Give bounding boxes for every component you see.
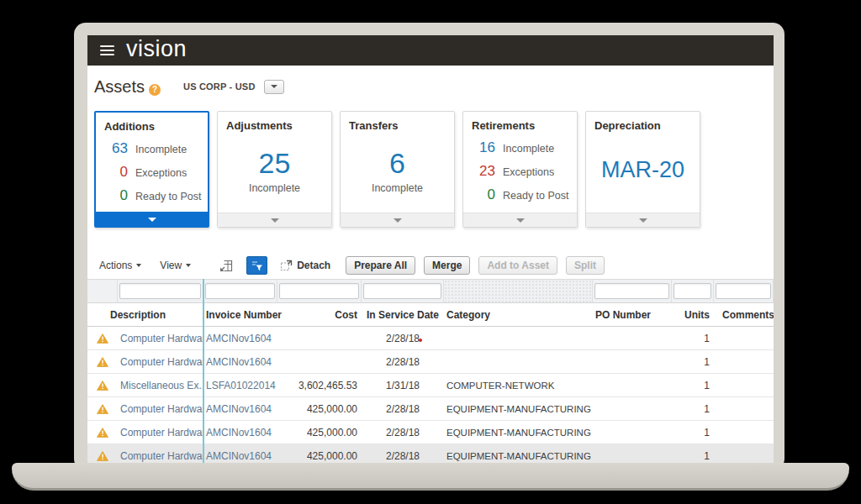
chevron-down-icon (394, 218, 402, 223)
table-row[interactable]: Computer Hardware AMCINov1604 2/28/18 1 (87, 327, 774, 350)
card-expand-button[interactable] (341, 213, 454, 227)
cell-category: COMPUTER-NETWORK (444, 381, 593, 391)
filter-po-number-input[interactable] (594, 283, 669, 299)
chevron-down-icon (639, 218, 647, 223)
cell-invoice-number[interactable]: AMCINov1604 (203, 427, 277, 438)
column-header-po-number[interactable]: PO Number (593, 309, 672, 321)
card-transfers[interactable]: Transfers 6 Incomplete (340, 111, 455, 228)
menu-icon[interactable] (100, 45, 114, 55)
card-expand-button[interactable] (463, 213, 577, 227)
cell-in-service-date: 2/28/18 (362, 356, 444, 368)
app-window: vision Assets ? US CORP - USD Additions … (87, 35, 774, 469)
brand-logo: vision (126, 38, 187, 63)
warning-icon[interactable] (97, 381, 108, 391)
card-expand-button[interactable] (586, 213, 700, 227)
cell-units: 1 (672, 427, 714, 438)
stat-value: 0 (470, 186, 495, 203)
chevron-down-icon (271, 85, 277, 88)
filter-in-service-date-input[interactable] (363, 283, 441, 299)
filter-cell (714, 280, 774, 302)
column-header-comments[interactable]: Comments (714, 309, 774, 321)
column-header-invoice-number[interactable]: Invoice Number (203, 309, 277, 321)
merge-button[interactable]: Merge (424, 256, 470, 275)
detach-button[interactable]: Detach (280, 260, 330, 271)
cell-description[interactable]: Computer Hardware (118, 427, 203, 438)
stat-label: Ready to Post (135, 191, 202, 202)
business-unit-label: US CORP - USD (183, 81, 256, 92)
cell-in-service-date: 2/28/18 (362, 427, 444, 438)
cell-in-service-date: 1/31/18 (362, 380, 444, 391)
table-row[interactable]: Miscellaneous Ex... LSFA01022014 3,602,4… (87, 374, 774, 397)
card-expand-button[interactable] (96, 212, 208, 226)
card-additions[interactable]: Additions 63 Incomplete 0 Exceptions (94, 111, 209, 228)
card-retirements[interactable]: Retirements 16 Incomplete 23 Exceptions (462, 111, 578, 228)
card-expand-button[interactable] (218, 213, 331, 227)
filter-invoice-number-input[interactable] (205, 283, 275, 299)
cell-invoice-number[interactable]: LSFA01022014 (203, 380, 277, 391)
card-big-value: 6 (389, 147, 405, 180)
stat-row: 0 Ready to Post (470, 186, 572, 203)
table-row[interactable]: Computer Hardware AMCINov1604 2/28/18 1 (87, 350, 774, 374)
cell-units: 1 (672, 403, 714, 415)
cell-description[interactable]: Computer Hardware (118, 450, 203, 462)
cell-category: EQUIPMENT-MANUFACTURING (444, 451, 593, 461)
chevron-down-icon (136, 264, 141, 267)
table-row[interactable]: Computer Hardware AMCINov1604 425,000.00… (87, 421, 774, 444)
help-icon[interactable]: ? (149, 84, 161, 96)
filter-cell (118, 280, 203, 302)
cell-invoice-number[interactable]: AMCINov1604 (203, 403, 277, 415)
column-header-units[interactable]: Units (672, 309, 714, 321)
table-row[interactable]: Computer Hardware AMCINov1604 425,000.00… (87, 397, 774, 421)
chevron-down-icon (186, 264, 191, 267)
actions-menu[interactable]: Actions (99, 260, 141, 271)
stat-value: 0 (103, 164, 128, 181)
column-header-in-service-date[interactable]: In Service Date (362, 309, 444, 321)
column-header-description[interactable]: Description (118, 309, 203, 321)
detach-icon (280, 260, 293, 271)
card-big-value: MAR-20 (601, 157, 684, 183)
stat-value: 16 (470, 139, 495, 156)
date-value: 2/28/18 (386, 333, 420, 344)
row-status-cell (87, 404, 118, 414)
cell-invoice-number[interactable]: AMCINov1604 (203, 450, 277, 462)
stat-label: Exceptions (503, 166, 554, 178)
filter-units-input[interactable] (673, 283, 711, 299)
filter-cost-input[interactable] (279, 283, 359, 299)
cell-invoice-number[interactable]: AMCINov1604 (203, 333, 277, 344)
validation-dot (419, 339, 422, 342)
cell-description[interactable]: Computer Hardware (118, 356, 203, 368)
card-big-value: 25 (259, 147, 291, 180)
cell-invoice-number[interactable]: AMCINov1604 (203, 356, 277, 368)
cell-units: 1 (672, 333, 714, 344)
column-header-category[interactable]: Category (444, 309, 593, 321)
stat-value: 23 (470, 163, 495, 180)
title-row: Assets ? US CORP - USD (94, 76, 774, 97)
view-menu-label: View (160, 260, 182, 271)
cell-description[interactable]: Computer Hardware (118, 333, 203, 344)
cell-description[interactable]: Miscellaneous Ex... (118, 380, 203, 391)
card-adjustments[interactable]: Adjustments 25 Incomplete (217, 111, 332, 228)
row-status-cell (87, 357, 118, 367)
view-menu[interactable]: View (160, 260, 191, 271)
cell-cost: 3,602,465.53 (277, 380, 362, 391)
row-status-cell (87, 428, 118, 438)
warning-icon[interactable] (97, 357, 108, 367)
chevron-down-icon (516, 218, 525, 223)
warning-icon[interactable] (97, 451, 108, 461)
stage: vision Assets ? US CORP - USD Additions … (0, 0, 861, 504)
business-unit-dropdown[interactable] (264, 80, 284, 94)
card-depreciation[interactable]: Depreciation MAR-20 (585, 111, 700, 228)
warning-icon[interactable] (97, 404, 108, 414)
page-content: Assets ? US CORP - USD Additions 63 Inco… (87, 76, 774, 468)
cell-in-service-date: 2/28/18 (362, 333, 444, 344)
prepare-all-button[interactable]: Prepare All (346, 256, 415, 275)
filter-description-input[interactable] (119, 283, 201, 299)
column-header-cost[interactable]: Cost (277, 309, 362, 321)
stat-label: Ready to Post (503, 190, 569, 202)
warning-icon[interactable] (97, 333, 108, 344)
freeze-columns-button[interactable] (219, 260, 233, 272)
query-by-example-button[interactable] (246, 256, 267, 275)
filter-comments-input[interactable] (716, 283, 771, 299)
cell-description[interactable]: Computer Hardware (118, 403, 203, 415)
warning-icon[interactable] (97, 428, 108, 438)
